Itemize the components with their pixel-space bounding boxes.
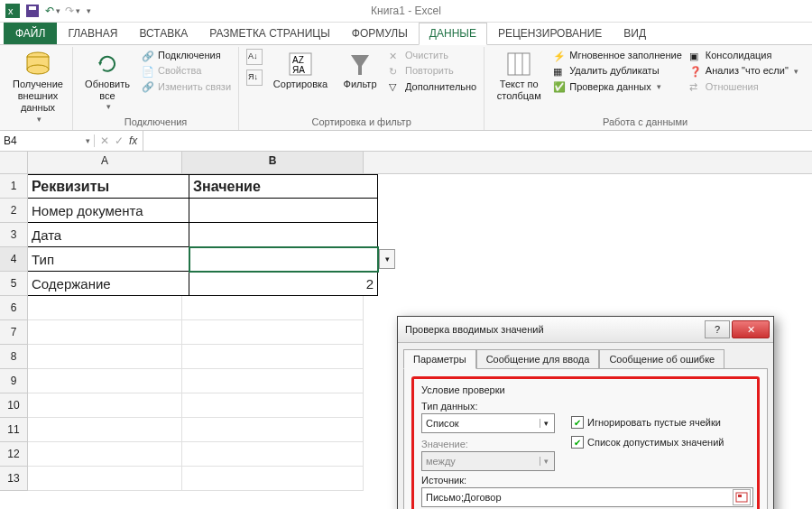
cell-A2[interactable]: Номер документа [28, 199, 189, 223]
dialog-tab-parameters[interactable]: Параметры [403, 349, 476, 369]
undo-icon[interactable]: ↶▾ [45, 4, 60, 18]
get-external-data-button[interactable]: Получение внешних данных▾ [9, 48, 67, 125]
refresh-icon [93, 50, 122, 79]
advanced-filter-button[interactable]: ▽Дополнительно [387, 79, 478, 95]
group-sortfilter: Сортировка и фильтр [245, 116, 478, 129]
svg-rect-16 [738, 495, 742, 497]
tab-data[interactable]: ДАННЫЕ [419, 23, 487, 45]
row-header-10[interactable]: 10 [0, 393, 28, 418]
row-header-5[interactable]: 5 [0, 272, 28, 296]
cell-A3[interactable]: Дата [28, 223, 189, 247]
cell-A1[interactable]: Реквизиты [28, 174, 189, 199]
in-cell-dropdown-checkbox[interactable]: ✔Список допустимых значений [571, 436, 724, 449]
validation-dropdown-icon[interactable]: ▾ [379, 249, 395, 269]
tab-file[interactable]: ФАЙЛ [4, 23, 57, 44]
whatif-button[interactable]: ❓Анализ "что если"▾ [687, 63, 800, 79]
group-connections: Подключения [78, 116, 233, 129]
col-header-B[interactable]: B [182, 152, 364, 173]
refresh-all-button[interactable]: Обновить все▾ [78, 48, 136, 114]
sort-desc-button[interactable]: Я↓ [245, 69, 264, 87]
redo-icon[interactable]: ↷▾ [65, 4, 79, 18]
row-header-1[interactable]: 1 [0, 174, 28, 199]
tab-home[interactable]: ГЛАВНАЯ [57, 23, 128, 44]
row-header-7[interactable]: 7 [0, 320, 28, 345]
svg-point-6 [27, 65, 49, 74]
relations-button[interactable]: ⇄Отношения [687, 79, 800, 95]
select-all-corner[interactable] [0, 152, 28, 173]
tab-insert[interactable]: ВСТАВКА [128, 23, 198, 44]
connections-button[interactable]: 🔗Подключения [140, 48, 233, 63]
dedup-icon: ▦ [553, 65, 566, 78]
flash-icon: ⚡ [553, 50, 566, 62]
clear-filter-button[interactable]: ✕Очистить [387, 48, 478, 63]
cancel-icon: ✕ [100, 134, 109, 147]
type-label: Тип данных: [421, 401, 555, 412]
svg-rect-3 [29, 6, 36, 10]
edit-links-icon: 🔗 [142, 80, 154, 93]
consolidate-button[interactable]: ▣Консолидация [687, 48, 800, 63]
properties-button[interactable]: 📄Свойства [140, 63, 233, 79]
consolidate-icon: ▣ [689, 50, 702, 62]
qat-customize[interactable]: ▾ [87, 6, 91, 15]
sort-button[interactable]: АZЯA Сортировка [268, 48, 333, 92]
svg-marker-11 [351, 55, 369, 75]
reapply-button[interactable]: ↻Повторить [387, 63, 478, 79]
dialog-tab-error-alert[interactable]: Сообщение об ошибке [599, 349, 724, 369]
sort-icon: АZЯA [286, 50, 315, 79]
type-dropdown[interactable]: Список▾ [421, 413, 555, 433]
link-icon: 🔗 [142, 50, 154, 62]
svg-text:ЯA: ЯA [292, 65, 305, 75]
dialog-close-button[interactable]: ✕ [732, 320, 770, 338]
row-header-12[interactable]: 12 [0, 442, 28, 467]
row-header-13[interactable]: 13 [0, 467, 28, 491]
funnel-icon [346, 50, 374, 79]
enter-icon: ✓ [115, 134, 124, 147]
row-header-3[interactable]: 3 [0, 223, 28, 247]
svg-text:x: x [8, 5, 14, 16]
flash-fill-button[interactable]: ⚡Мгновенное заполнение [551, 48, 684, 63]
edit-links-button[interactable]: 🔗Изменить связи [140, 79, 233, 95]
filter-button[interactable]: Фильтр [337, 48, 383, 92]
remove-duplicates-button[interactable]: ▦Удалить дубликаты [551, 63, 684, 79]
save-icon[interactable] [25, 4, 40, 18]
ignore-blank-checkbox[interactable]: ✔Игнорировать пустые ячейки [571, 416, 724, 429]
cell-B5[interactable]: 2 [189, 272, 378, 296]
cell-B3[interactable] [189, 223, 378, 247]
text-columns-icon [504, 50, 533, 79]
tab-view[interactable]: ВИД [613, 23, 657, 44]
cell-B2[interactable] [189, 199, 378, 223]
row-header-2[interactable]: 2 [0, 199, 28, 223]
dialog-tab-input-message[interactable]: Сообщение для ввода [476, 349, 600, 369]
dialog-help-button[interactable]: ? [705, 320, 730, 338]
row-header-6[interactable]: 6 [0, 296, 28, 320]
tab-review[interactable]: РЕЦЕНЗИРОВАНИЕ [487, 23, 613, 44]
sort-za-icon: Я↓ [246, 69, 263, 86]
sort-asc-button[interactable]: А↓ [245, 48, 264, 66]
data-validation-button[interactable]: ✅Проверка данных▾ [551, 79, 684, 95]
clear-icon: ✕ [389, 50, 401, 62]
row-header-11[interactable]: 11 [0, 418, 28, 442]
cell-A5[interactable]: Содержание [28, 272, 189, 296]
cell-B1[interactable]: Значение [189, 174, 378, 199]
range-selector-icon[interactable] [733, 489, 751, 505]
name-box[interactable]: B4▾ [0, 134, 95, 147]
tab-formulas[interactable]: ФОРМУЛЫ [341, 23, 419, 44]
source-input[interactable]: Письмо;Договор [421, 487, 753, 507]
cell-B4[interactable]: ▾ [189, 247, 378, 272]
value-label: Значение: [421, 439, 555, 449]
cell-A4[interactable]: Тип [28, 247, 189, 272]
validation-icon: ✅ [553, 80, 566, 93]
dialog-title: Проверка вводимых значений [405, 324, 544, 335]
excel-icon: x [5, 4, 20, 18]
col-header-A[interactable]: A [28, 152, 182, 173]
fx-icon[interactable]: fx [129, 134, 137, 147]
source-label: Источник: [421, 475, 750, 486]
whatif-icon: ❓ [689, 65, 702, 78]
tab-pagelayout[interactable]: РАЗМЕТКА СТРАНИЦЫ [198, 23, 341, 44]
properties-icon: 📄 [142, 65, 154, 78]
row-header-9[interactable]: 9 [0, 369, 28, 393]
data-validation-dialog: Проверка вводимых значений ? ✕ Параметры… [397, 316, 774, 509]
row-header-4[interactable]: 4 [0, 247, 28, 272]
text-to-columns-button[interactable]: Текст по столбцам [490, 48, 548, 104]
row-header-8[interactable]: 8 [0, 345, 28, 369]
